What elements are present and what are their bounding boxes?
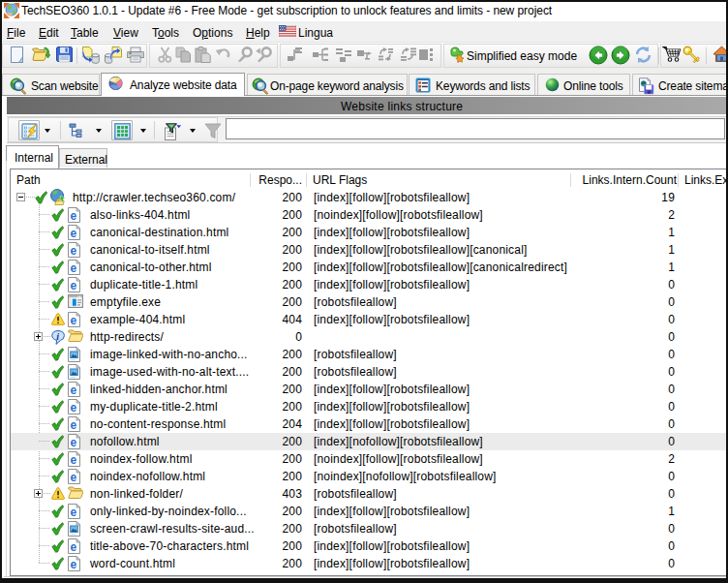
svg-text:i: i — [56, 331, 59, 342]
svg-text:e: e — [71, 506, 77, 519]
svg-text:e: e — [71, 314, 77, 327]
svg-text:e: e — [71, 384, 77, 397]
svg-text:e: e — [71, 279, 77, 292]
svg-text:e: e — [71, 261, 77, 275]
svg-text:e: e — [71, 471, 77, 484]
svg-text:e: e — [71, 401, 77, 414]
svg-text:e: e — [71, 209, 77, 223]
svg-text:e: e — [71, 244, 77, 258]
svg-text:e: e — [71, 558, 77, 571]
svg-text:e: e — [71, 540, 77, 554]
svg-text:e: e — [71, 418, 77, 432]
svg-text:e: e — [71, 227, 77, 240]
svg-text:e: e — [71, 436, 77, 449]
svg-text:e: e — [71, 453, 77, 467]
